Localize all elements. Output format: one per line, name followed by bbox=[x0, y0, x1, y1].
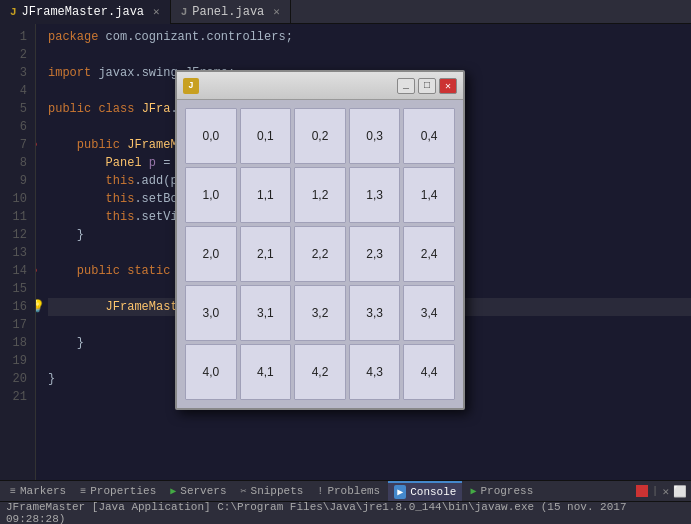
code-line-1: package com.cognizant.controllers; bbox=[48, 28, 691, 46]
swing-window-icon: J bbox=[183, 78, 199, 94]
console-icon: ▶ bbox=[394, 485, 406, 499]
cell-2-3: 2,3 bbox=[349, 226, 401, 282]
btab-console-label: Console bbox=[410, 486, 456, 498]
status-text: JFrameMaster [Java Application] C:\Progr… bbox=[6, 501, 685, 524]
status-bar: JFrameMaster [Java Application] C:\Progr… bbox=[0, 502, 691, 524]
cell-3-0: 3,0 bbox=[185, 285, 237, 341]
cell-4-4: 4,4 bbox=[403, 344, 455, 400]
cell-0-1: 0,1 bbox=[240, 108, 292, 164]
tab-panel[interactable]: J Panel.java ✕ bbox=[171, 0, 291, 24]
tab-close-icon-2[interactable]: ✕ bbox=[273, 5, 280, 18]
maximize-button[interactable]: □ bbox=[418, 78, 436, 94]
cell-2-0: 2,0 bbox=[185, 226, 237, 282]
cell-0-2: 0,2 bbox=[294, 108, 346, 164]
btab-servers-label: Servers bbox=[180, 485, 226, 497]
cell-4-1: 4,1 bbox=[240, 344, 292, 400]
cell-3-2: 3,2 bbox=[294, 285, 346, 341]
cell-4-3: 4,3 bbox=[349, 344, 401, 400]
cell-1-1: 1,1 bbox=[240, 167, 292, 223]
btab-problems[interactable]: ! Problems bbox=[311, 481, 386, 501]
btab-markers-label: Markers bbox=[20, 485, 66, 497]
stop-button[interactable] bbox=[636, 485, 648, 497]
swing-window[interactable]: J _ □ ✕ 0,0 0,1 0,2 0,3 0,4 1,0 1,1 1,2 … bbox=[175, 70, 465, 410]
btab-properties[interactable]: ≡ Properties bbox=[74, 481, 162, 501]
btab-progress[interactable]: ▶ Progress bbox=[464, 481, 539, 501]
cell-2-1: 2,1 bbox=[240, 226, 292, 282]
close-button[interactable]: ✕ bbox=[439, 78, 457, 94]
cell-4-2: 4,2 bbox=[294, 344, 346, 400]
problems-icon: ! bbox=[317, 486, 323, 497]
java-icon: J bbox=[10, 6, 17, 18]
terminate-button[interactable]: ✕ bbox=[662, 485, 669, 498]
btab-servers[interactable]: ▶ Servers bbox=[164, 481, 232, 501]
tab-close-icon[interactable]: ✕ bbox=[153, 5, 160, 18]
cell-1-4: 1,4 bbox=[403, 167, 455, 223]
cell-3-4: 3,4 bbox=[403, 285, 455, 341]
btab-progress-label: Progress bbox=[480, 485, 533, 497]
swing-title-bar: J _ □ ✕ bbox=[177, 72, 463, 100]
tab-label: JFrameMaster.java bbox=[22, 5, 144, 19]
tab-bar: J JFrameMaster.java ✕ J Panel.java ✕ bbox=[0, 0, 691, 24]
properties-icon: ≡ bbox=[80, 486, 86, 497]
tab-jframemaster[interactable]: J JFrameMaster.java ✕ bbox=[0, 0, 171, 24]
cell-1-2: 1,2 bbox=[294, 167, 346, 223]
btab-snippets[interactable]: ✂ Snippets bbox=[235, 481, 310, 501]
cell-2-4: 2,4 bbox=[403, 226, 455, 282]
btab-markers[interactable]: ≡ Markers bbox=[4, 481, 72, 501]
java-icon-2: J bbox=[181, 6, 188, 18]
tab-label-2: Panel.java bbox=[192, 5, 264, 19]
snippets-icon: ✂ bbox=[241, 485, 247, 497]
cell-3-3: 3,3 bbox=[349, 285, 401, 341]
btab-properties-label: Properties bbox=[90, 485, 156, 497]
cell-0-4: 0,4 bbox=[403, 108, 455, 164]
bottom-tab-bar: ≡ Markers ≡ Properties ▶ Servers ✂ Snipp… bbox=[0, 480, 691, 502]
swing-window-controls: _ □ ✕ bbox=[397, 78, 457, 94]
code-line-2 bbox=[48, 46, 691, 64]
grid-container: 0,0 0,1 0,2 0,3 0,4 1,0 1,1 1,2 1,3 1,4 … bbox=[177, 100, 463, 408]
cell-1-3: 1,3 bbox=[349, 167, 401, 223]
line-numbers: 1 2 3 4 5 6 7 8 9 10 11 12 13 14 15 16 1… bbox=[0, 24, 36, 480]
minimize-button[interactable]: _ bbox=[397, 78, 415, 94]
cell-1-0: 1,0 bbox=[185, 167, 237, 223]
cell-0-0: 0,0 bbox=[185, 108, 237, 164]
cell-2-2: 2,2 bbox=[294, 226, 346, 282]
separator-icon: | bbox=[652, 485, 659, 497]
cell-3-1: 3,1 bbox=[240, 285, 292, 341]
cell-0-3: 0,3 bbox=[349, 108, 401, 164]
servers-icon: ▶ bbox=[170, 485, 176, 497]
progress-icon: ▶ bbox=[470, 485, 476, 497]
btab-problems-label: Problems bbox=[327, 485, 380, 497]
btab-console[interactable]: ▶ Console bbox=[388, 481, 462, 501]
btab-snippets-label: Snippets bbox=[251, 485, 304, 497]
cell-4-0: 4,0 bbox=[185, 344, 237, 400]
markers-icon: ≡ bbox=[10, 486, 16, 497]
clear-button[interactable]: ⬜ bbox=[673, 485, 687, 498]
